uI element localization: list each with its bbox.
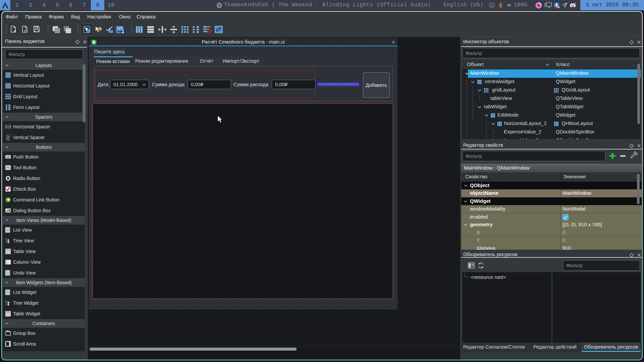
svg-text:OK: OK [6, 156, 10, 158]
svg-text:123: 123 [117, 26, 122, 30]
